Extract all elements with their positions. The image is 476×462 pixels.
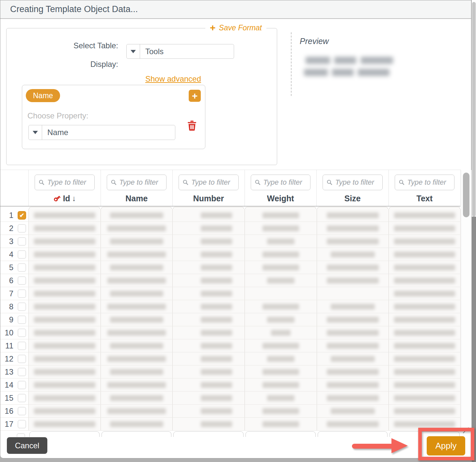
filter-input-weight[interactable] (251, 175, 311, 190)
table-row[interactable]: 11 (0, 339, 461, 352)
row-checkbox[interactable] (18, 237, 26, 246)
table-row[interactable]: 17 (0, 418, 461, 431)
table-scrollbar-thumb[interactable] (463, 173, 469, 217)
apply-button[interactable]: Apply (427, 436, 465, 455)
row-checkbox[interactable] (18, 394, 26, 402)
table-row[interactable]: 12 (0, 352, 461, 365)
search-icon (111, 179, 117, 186)
row-checkbox[interactable] (18, 250, 26, 259)
row-gutter: 14 (0, 378, 28, 391)
column-header-number[interactable]: Number (172, 191, 245, 206)
cell-number-blurred (172, 392, 245, 404)
table-row[interactable]: 1 (0, 209, 461, 222)
filter-input[interactable] (263, 178, 306, 187)
filter-input-number[interactable] (179, 175, 239, 190)
row-checkbox[interactable] (18, 276, 26, 285)
row-checkbox[interactable] (18, 381, 26, 389)
cell-size-blurred (317, 274, 389, 287)
page-scrollbar-track[interactable] (472, 217, 476, 462)
preview-divider (291, 32, 292, 96)
filter-input-id[interactable] (35, 175, 95, 190)
cell-weight-blurred (245, 405, 317, 417)
filter-input-name[interactable] (107, 175, 167, 190)
table-row[interactable]: 16 (0, 405, 461, 418)
filter-input[interactable] (119, 178, 162, 187)
cell-weight-blurred (245, 209, 317, 222)
column-header-id[interactable]: Id ↓ (28, 191, 101, 206)
cancel-button[interactable]: Cancel (7, 437, 47, 454)
cell-weight-blurred (245, 274, 317, 287)
select-table-dropdown[interactable]: Tools (126, 44, 234, 59)
row-checkbox[interactable] (18, 355, 26, 363)
filter-input[interactable] (191, 178, 234, 187)
row-checkbox[interactable] (18, 263, 26, 272)
filter-input-text[interactable] (395, 175, 455, 190)
cell-name-blurred (101, 287, 173, 300)
table-row[interactable]: 5 (0, 261, 461, 274)
row-checkbox[interactable] (18, 224, 26, 233)
row-checkbox[interactable] (18, 407, 26, 415)
add-property-button[interactable]: + (189, 90, 201, 102)
column-header-size[interactable]: Size (316, 191, 389, 206)
cell-weight-blurred (245, 326, 317, 339)
cell-name-blurred (101, 418, 173, 430)
row-gutter: 4 (0, 248, 28, 261)
show-advanced-link[interactable]: Show advanced (145, 74, 201, 84)
filter-input-size[interactable] (323, 175, 383, 190)
cell-number-blurred (172, 418, 245, 430)
column-header-weight[interactable]: Weight (245, 191, 317, 206)
row-checkbox[interactable] (18, 316, 26, 324)
cell-size-blurred (317, 365, 389, 378)
cell-number-blurred (172, 248, 245, 261)
format-panel: + Save Format Select Table: Tools Displa… (6, 28, 277, 165)
row-checkbox[interactable] (18, 329, 26, 337)
table-row[interactable]: 15 (0, 392, 461, 405)
property-value[interactable]: Name (42, 125, 175, 140)
table-row[interactable]: 3 (0, 235, 461, 248)
table-row[interactable]: 7 (0, 287, 461, 300)
table-row[interactable]: 2 (0, 222, 461, 235)
row-checkbox[interactable] (18, 342, 26, 350)
row-gutter: 15 (0, 392, 28, 404)
choose-property-label: Choose Property: (27, 111, 88, 120)
cell-weight-blurred (245, 287, 317, 300)
table-row[interactable]: 8 (0, 300, 461, 313)
row-checkbox[interactable] (18, 368, 26, 376)
column-header-name[interactable]: Name (101, 191, 173, 206)
cell-name-blurred (101, 274, 173, 287)
page-scrollbar[interactable] (472, 0, 476, 462)
row-checkbox[interactable] (18, 211, 26, 220)
row-checkbox[interactable] (18, 289, 26, 298)
cell-text-blurred (389, 274, 461, 287)
table-row[interactable]: 9 (0, 313, 461, 326)
table-row[interactable]: 14 (0, 378, 461, 392)
table-row[interactable]: 6 (0, 274, 461, 287)
property-dropdown[interactable]: Name (28, 125, 175, 140)
page-scrollbar-thumb[interactable] (472, 2, 476, 217)
cell-id-blurred (28, 365, 101, 378)
cell-size-blurred (317, 378, 389, 391)
table-row[interactable]: 13 (0, 365, 461, 378)
filter-input[interactable] (335, 178, 378, 187)
dropdown-arrow-button[interactable] (127, 44, 140, 58)
table-row[interactable]: 10 (0, 326, 461, 339)
property-box: Name + Choose Property: Name (22, 85, 205, 149)
save-format[interactable]: + Save Format (205, 23, 266, 32)
dropdown-arrow-button[interactable] (29, 125, 42, 140)
trash-icon[interactable] (187, 120, 197, 131)
table-row[interactable]: 4 (0, 248, 461, 261)
property-chip[interactable]: Name (26, 89, 60, 102)
row-number: 6 (9, 276, 13, 285)
row-number: 11 (5, 341, 13, 350)
filter-input[interactable] (407, 178, 450, 187)
cell-id-blurred (28, 405, 101, 417)
select-table-value[interactable]: Tools (140, 44, 234, 58)
cell-text-blurred (389, 261, 461, 274)
filter-input[interactable] (47, 178, 90, 187)
row-checkbox[interactable] (18, 302, 26, 311)
row-number: 17 (5, 420, 13, 429)
row-checkbox[interactable] (18, 420, 26, 428)
chevron-down-icon (33, 131, 38, 134)
column-header-text[interactable]: Text (389, 191, 461, 206)
plus-icon: + (210, 23, 216, 32)
